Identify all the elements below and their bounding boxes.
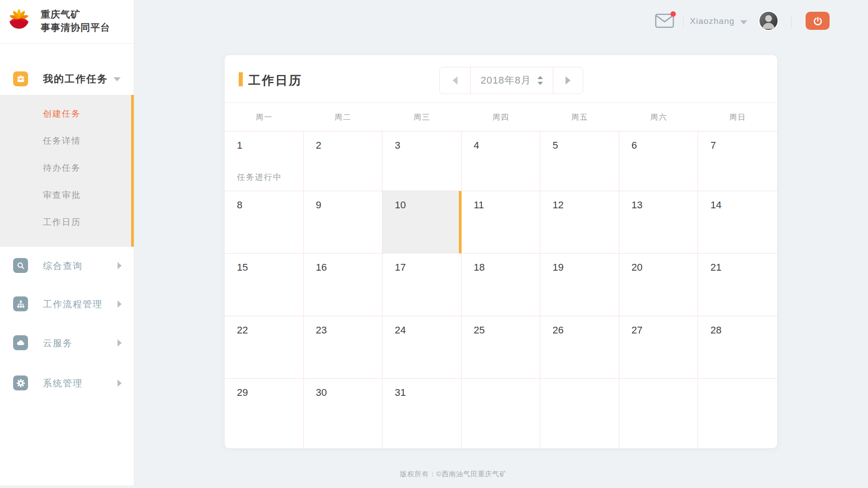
- day-number: 22: [237, 324, 248, 336]
- sidebar-item-label: 系统管理: [43, 371, 83, 396]
- sidebar-item-label: 工作流程管理: [43, 291, 103, 317]
- title-accent-bar: [239, 72, 243, 86]
- sidebar-item-query[interactable]: 综合查询: [0, 253, 134, 278]
- day-number: 20: [632, 262, 642, 273]
- calendar-day-cell[interactable]: 28: [698, 316, 777, 379]
- calendar-day-cell[interactable]: 1任务进行中: [225, 131, 304, 191]
- topbar-divider: [683, 15, 684, 28]
- weekday-header-row: 周一周二周三周四周五周六周日: [225, 103, 777, 131]
- day-number: 5: [552, 140, 558, 151]
- logout-button[interactable]: [806, 12, 830, 30]
- sidebar-item-my-tasks[interactable]: 我的工作任务: [0, 66, 134, 92]
- day-number: 30: [316, 387, 327, 399]
- spinner-down-icon[interactable]: [538, 82, 543, 85]
- submenu-item-review-approve[interactable]: 审查审批: [43, 186, 81, 204]
- calendar-day-cell[interactable]: 6: [619, 131, 698, 191]
- calendar-day-cell[interactable]: 26: [540, 316, 619, 379]
- calendar-day-cell[interactable]: 9: [304, 191, 383, 253]
- day-number: 10: [395, 199, 406, 211]
- calendar-day-cell[interactable]: 7: [698, 131, 777, 191]
- chevron-right-icon: [118, 339, 122, 347]
- calendar-day-cell[interactable]: 18: [462, 253, 541, 316]
- prev-month-button[interactable]: [440, 67, 471, 94]
- calendar-day-cell[interactable]: 15: [225, 253, 304, 316]
- calendar-day-cell[interactable]: 30: [304, 379, 383, 448]
- calendar-day-cell[interactable]: 29: [225, 379, 304, 448]
- submenu-item-todo-tasks[interactable]: 待办任务: [43, 159, 81, 177]
- calendar-day-cell[interactable]: 22: [225, 316, 304, 379]
- calendar-day-cell[interactable]: 27: [619, 316, 698, 379]
- day-number: 7: [710, 140, 716, 151]
- calendar-day-cell[interactable]: 23: [304, 316, 383, 379]
- calendar-day-cell[interactable]: 17: [382, 253, 462, 316]
- spinner-up-icon[interactable]: [538, 76, 543, 79]
- calendar-day-cell[interactable]: 2: [304, 131, 383, 191]
- mail-icon[interactable]: [655, 14, 674, 28]
- calendar-empty-cell: [540, 379, 619, 448]
- day-number: 31: [395, 387, 406, 399]
- page-title: 工作日历: [248, 72, 302, 89]
- calendar-header: 工作日历 2018年8月: [225, 55, 777, 103]
- day-number: 25: [474, 324, 485, 336]
- month-navigator: 2018年8月: [439, 67, 583, 94]
- arrow-left-icon: [453, 76, 458, 84]
- topbar: Xiaozhang: [134, 0, 868, 44]
- calendar-day-cell[interactable]: 10: [382, 191, 462, 253]
- submenu-item-task-detail[interactable]: 任务详情: [43, 132, 81, 150]
- gear-icon: [13, 375, 28, 390]
- calendar-day-cell[interactable]: 11: [462, 191, 541, 253]
- day-number: 13: [632, 199, 642, 211]
- weekday-label: 周六: [619, 103, 698, 131]
- month-spinner[interactable]: [538, 76, 543, 85]
- chevron-down-icon[interactable]: [740, 20, 747, 24]
- day-number: 18: [474, 262, 485, 273]
- day-number: 15: [237, 262, 248, 273]
- submenu-item-create-task[interactable]: 创建任务: [43, 105, 81, 123]
- sidebar-item-system[interactable]: 系统管理: [0, 371, 134, 396]
- day-number: 2: [316, 140, 321, 151]
- calendar-day-cell[interactable]: 25: [462, 316, 541, 379]
- calendar-day-cell[interactable]: 19: [540, 253, 619, 316]
- day-number: 11: [474, 199, 484, 211]
- sidebar: 重庆气矿 事事清协同平台 我的工作任务 创建任务 任务详情 待办任务 审查审批 …: [0, 0, 134, 485]
- day-number: 26: [552, 324, 563, 336]
- day-number: 24: [395, 324, 406, 336]
- month-label: 2018年8月: [481, 74, 531, 87]
- calendar-day-cell[interactable]: 3: [382, 131, 462, 191]
- day-number: 9: [316, 199, 321, 211]
- sidebar-item-label: 云服务: [43, 330, 73, 356]
- calendar-day-cell[interactable]: 13: [619, 191, 698, 253]
- calendar-day-cell[interactable]: 4: [462, 131, 541, 191]
- calendar-day-cell[interactable]: 12: [540, 191, 619, 253]
- sidebar-item-cloud[interactable]: 云服务: [0, 330, 134, 356]
- calendar-day-cell[interactable]: 8: [225, 191, 304, 253]
- calendar-day-cell[interactable]: 16: [304, 253, 383, 316]
- work-calendar-card: 工作日历 2018年8月 周一周二周三周四周五周六周日 1任务进行中234567…: [225, 55, 777, 448]
- calendar-grid: 1任务进行中2345678910111213141516171819202122…: [225, 131, 777, 448]
- copyright-text: 版权所有：©西南油气田重庆气矿: [400, 470, 507, 479]
- day-number: 28: [710, 324, 721, 336]
- day-number: 3: [395, 140, 400, 151]
- brand-title-line1: 重庆气矿: [41, 8, 110, 21]
- topbar-divider: [791, 15, 792, 28]
- next-month-button[interactable]: [553, 67, 583, 94]
- avatar[interactable]: [758, 10, 779, 31]
- weekday-label: 周三: [382, 103, 462, 131]
- calendar-day-cell[interactable]: 20: [619, 253, 698, 316]
- brand-header: 重庆气矿 事事清协同平台: [0, 0, 134, 44]
- submenu-item-work-calendar[interactable]: 工作日历: [43, 213, 81, 231]
- day-number: 23: [316, 324, 327, 336]
- day-number: 19: [552, 262, 563, 273]
- sidebar-submenu: 创建任务 任务详情 待办任务 审查审批 工作日历: [0, 95, 134, 247]
- calendar-day-cell[interactable]: 14: [698, 191, 777, 253]
- calendar-empty-cell: [619, 379, 698, 448]
- calendar-day-cell[interactable]: 31: [382, 379, 462, 448]
- username-label[interactable]: Xiaozhang: [690, 16, 735, 26]
- brand-title: 重庆气矿 事事清协同平台: [41, 8, 110, 34]
- sidebar-item-workflow[interactable]: 工作流程管理: [0, 291, 134, 317]
- day-number: 21: [710, 262, 721, 273]
- calendar-day-cell[interactable]: 24: [382, 316, 462, 379]
- calendar-day-cell[interactable]: 21: [698, 253, 777, 316]
- day-number: 16: [316, 262, 327, 273]
- calendar-day-cell[interactable]: 5: [540, 131, 619, 191]
